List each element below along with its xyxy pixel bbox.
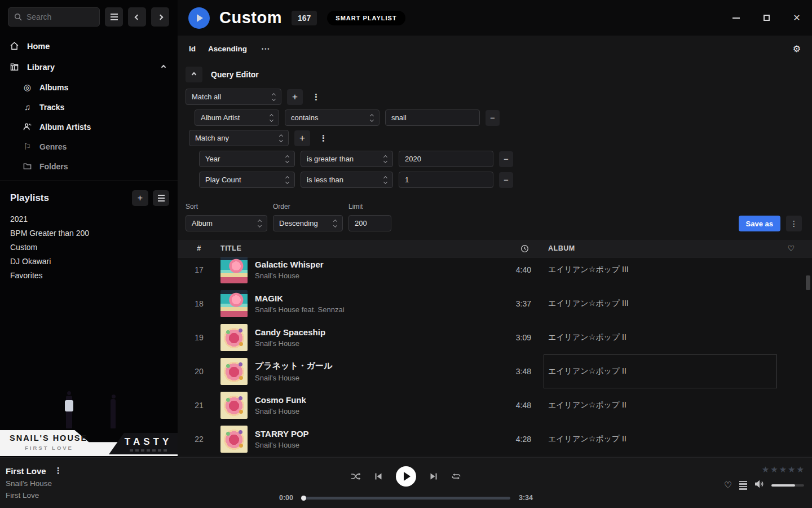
volume-button[interactable]: [754, 480, 764, 491]
play-playlist-button[interactable]: [188, 7, 210, 29]
nav-forward-button[interactable]: [151, 7, 169, 27]
match-type-select[interactable]: Match all: [186, 89, 281, 105]
more-options-button[interactable]: •••: [262, 46, 270, 52]
play-pause-button[interactable]: [396, 466, 416, 487]
group-menu-button[interactable]: ⋮: [308, 92, 324, 102]
select-updown-icon: [280, 135, 283, 142]
table-row[interactable]: 20 プラネット・ガールSnail's House 3:48 エイリアン☆ポップ…: [178, 354, 812, 388]
remove-rule-button[interactable]: −: [486, 110, 500, 126]
sort-order-button[interactable]: Ascending: [208, 45, 247, 53]
chevron-up-icon: [192, 72, 196, 77]
rule-value-input[interactable]: [399, 151, 493, 167]
search-box[interactable]: [8, 7, 100, 27]
column-index[interactable]: #: [178, 244, 220, 252]
rule-value-input[interactable]: [385, 110, 480, 126]
query-editor-title: Query Editor: [211, 70, 259, 79]
track-menu-button[interactable]: ⋮: [54, 466, 63, 476]
rule-operator-select[interactable]: is greater than: [301, 151, 393, 167]
previous-icon: [374, 472, 383, 481]
add-playlist-button[interactable]: +: [132, 190, 148, 206]
home-icon: [9, 41, 19, 51]
volume-slider[interactable]: [771, 484, 804, 487]
favorite-button[interactable]: ♡: [724, 480, 732, 491]
table-row[interactable]: 18 MAGIKSnail's House feat. Sennzai 3:37…: [178, 287, 812, 321]
select-updown-icon: [286, 156, 289, 163]
favorite-column-heart-icon[interactable]: ♡: [770, 244, 812, 253]
disc-icon: ◎: [23, 82, 32, 93]
sidebar-item-albums[interactable]: ◎ Albums: [23, 77, 178, 97]
remove-rule-button[interactable]: −: [499, 172, 513, 188]
maximize-button[interactable]: [759, 11, 774, 25]
add-rule-button[interactable]: +: [294, 130, 310, 146]
sort-select[interactable]: Album: [186, 215, 267, 231]
sidebar-item-tracks[interactable]: ♫ Tracks: [23, 97, 178, 117]
rule-operator-select[interactable]: is less than: [301, 172, 393, 188]
seek-bar[interactable]: [302, 497, 510, 500]
gear-icon[interactable]: ⚙: [793, 43, 801, 54]
rule-field-select[interactable]: Play Count: [199, 172, 295, 188]
sidebar-item-genres[interactable]: ⚐ Genres: [23, 137, 178, 156]
cover-figure: [66, 396, 72, 428]
sidebar-item-folders[interactable]: Folders: [23, 156, 178, 176]
rule-value-input[interactable]: [399, 172, 493, 188]
star-icon[interactable]: ★: [779, 465, 787, 475]
shuffle-button[interactable]: [351, 472, 361, 481]
rule-operator-select[interactable]: contains: [285, 110, 379, 126]
rule-field-select[interactable]: Album Artist: [195, 110, 279, 126]
now-playing-title[interactable]: First Love: [6, 466, 46, 476]
sidebar-item-library[interactable]: Library: [0, 56, 178, 77]
star-icon[interactable]: ★: [770, 465, 778, 475]
app-menu-button[interactable]: [105, 7, 123, 27]
remove-rule-button[interactable]: −: [499, 151, 513, 167]
playlist-item[interactable]: Custom: [10, 240, 178, 254]
column-duration[interactable]: [479, 244, 533, 253]
sidebar-item-home[interactable]: Home: [0, 36, 178, 56]
rule-field-select[interactable]: Year: [199, 151, 295, 167]
scrollbar-thumb[interactable]: [806, 275, 810, 290]
select-updown-icon: [258, 220, 261, 227]
playlist-list-button[interactable]: [153, 190, 169, 206]
close-button[interactable]: ✕: [789, 11, 804, 25]
column-title[interactable]: TITLE: [220, 244, 479, 252]
limit-input[interactable]: [348, 215, 391, 231]
add-rule-button[interactable]: +: [287, 89, 303, 105]
table-row[interactable]: 21 Cosmo FunkSnail's House 4:48 エイリアン☆ポッ…: [178, 388, 812, 422]
track-thumbnail: [220, 257, 248, 283]
queue-button[interactable]: [739, 481, 747, 490]
select-updown-icon: [334, 220, 337, 227]
sort-field-button[interactable]: Id: [189, 45, 196, 53]
repeat-button[interactable]: [451, 472, 461, 481]
save-as-button[interactable]: Save as: [739, 216, 780, 231]
star-icon[interactable]: ★: [797, 465, 804, 475]
star-icon[interactable]: ★: [788, 465, 795, 475]
now-playing-artist[interactable]: Snail's House: [6, 479, 63, 488]
sidebar-item-label: Album Artists: [39, 122, 91, 132]
chevron-up-icon[interactable]: [161, 64, 166, 69]
nav-back-button[interactable]: [128, 7, 146, 27]
sidebar-item-album-artists[interactable]: Album Artists: [23, 117, 178, 137]
minimize-button[interactable]: [729, 11, 743, 25]
previous-button[interactable]: [373, 472, 383, 481]
next-button[interactable]: [429, 472, 439, 481]
star-icon[interactable]: ★: [762, 465, 769, 475]
select-updown-icon: [384, 156, 387, 163]
minus-icon: −: [504, 154, 509, 164]
playlist-item[interactable]: BPM Greater than 200: [10, 226, 178, 240]
table-row[interactable]: 17 Galactic WhisperSnail's House 4:40 エイ…: [178, 257, 812, 287]
flag-icon: ⚐: [23, 142, 32, 152]
column-album[interactable]: ALBUM: [533, 244, 770, 252]
cover-label-text: TASTY: [125, 436, 172, 448]
match-type-select[interactable]: Match any: [189, 130, 289, 146]
seek-handle[interactable]: [301, 496, 306, 501]
select-updown-icon: [272, 94, 275, 100]
playlist-item[interactable]: 2021: [10, 212, 178, 226]
collapse-query-editor-button[interactable]: [186, 67, 202, 82]
table-row[interactable]: 22 STARRY POPSnail's House 4:28 エイリアン☆ポッ…: [178, 422, 812, 456]
order-select[interactable]: Descending: [273, 215, 343, 231]
group-menu-button[interactable]: ⋮: [316, 133, 331, 143]
search-input[interactable]: [27, 12, 94, 21]
query-menu-button[interactable]: ⋮: [786, 216, 802, 231]
table-row[interactable]: 19 Candy SpaceshipSnail's House 3:09 エイリ…: [178, 321, 812, 354]
now-playing-album[interactable]: First Love: [6, 491, 63, 500]
playlist-item[interactable]: DJ Okawari: [10, 254, 178, 268]
